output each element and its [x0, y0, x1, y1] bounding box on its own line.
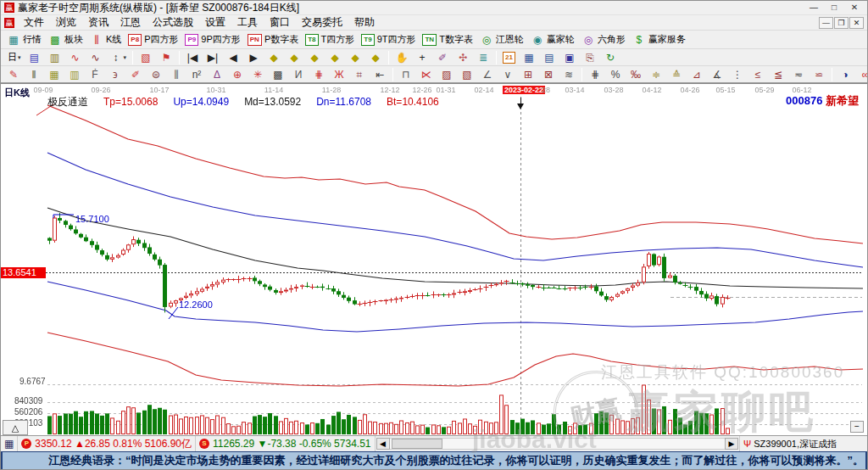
pan-hand-button[interactable]: ✋ — [392, 50, 412, 65]
next-bar-button[interactable]: ▶ — [243, 50, 264, 65]
shanghai-index-cell[interactable]: P 3350.12 ▲26.85 0.81% 5106.90亿 — [18, 436, 196, 451]
p9-square-button[interactable]: P99P四方形 — [181, 32, 243, 48]
shade-box-button[interactable]: ▩ — [268, 67, 288, 82]
percent-tool-button[interactable]: % — [605, 67, 626, 82]
diamond-tool-1-button[interactable]: ◆ — [264, 50, 284, 65]
app-menu-icon[interactable]: 赢 — [4, 18, 14, 28]
gann-grid-2-button[interactable]: ▥ — [64, 67, 85, 82]
diamond-tool-3-button[interactable]: ◆ — [304, 50, 325, 65]
vee-line-button[interactable]: ∨ — [498, 67, 518, 82]
info-panel-button[interactable]: ▥ — [45, 50, 65, 65]
infinity-button[interactable]: ∞ — [855, 67, 868, 82]
refresh-button[interactable]: ↻ — [600, 50, 620, 65]
fib-levels-button[interactable]: Ḟ — [85, 67, 105, 82]
box-tool-button[interactable]: ⊓ — [396, 67, 416, 82]
p-square-button[interactable]: P8P四方形 — [125, 32, 181, 48]
angle-pen-button[interactable]: ✐ — [125, 67, 146, 82]
span-tool-button[interactable]: ⇤ — [370, 67, 390, 82]
triangle-tool-button[interactable]: Δ — [207, 67, 227, 82]
mdi-restore-button[interactable]: ❐ — [834, 17, 849, 29]
permille-tool-button[interactable]: ‰ — [626, 67, 646, 82]
kline-chart-canvas[interactable] — [1, 97, 864, 435]
cross-box-button[interactable]: ⊠ — [538, 67, 559, 82]
wave-tool-1-button[interactable]: ∿ — [65, 50, 86, 65]
hatch-2-button[interactable]: ▧ — [457, 67, 477, 82]
menu-5[interactable]: 公式选股 — [147, 14, 199, 31]
kline-color-button[interactable]: ▧ — [136, 50, 156, 65]
menu-6[interactable]: 设置 — [199, 14, 231, 31]
ratio-lines-button[interactable]: ⋕ — [585, 67, 605, 82]
winner-wheel-button[interactable]: ◉赢家轮 — [527, 32, 578, 48]
maximize-button[interactable]: □ — [825, 2, 843, 14]
volume-pane-toggle-button[interactable]: △ — [3, 420, 28, 435]
prec-tool-button[interactable]: ⋍ — [809, 67, 829, 82]
diamond-tool-6-button[interactable]: ◆ — [365, 50, 386, 65]
scrollbar-track[interactable] — [390, 438, 726, 450]
wedge-tool-button[interactable]: ⊿ — [687, 67, 707, 82]
active-index-cell[interactable]: Ψ SZ399001,深证成指 — [740, 436, 867, 451]
report-button[interactable]: ▤ — [539, 50, 559, 65]
shenzhen-index-cell[interactable]: S 11265.29 ▼-73.38 -0.65% 5734.51 — [196, 436, 375, 451]
flag-tool-button[interactable]: ⚑ — [156, 50, 176, 65]
diamond-tool-2-button[interactable]: ◆ — [284, 50, 304, 65]
draw-pointer-button[interactable]: ✐ — [432, 50, 453, 65]
menu-7[interactable]: 工具 — [231, 14, 264, 31]
crosshair-button[interactable]: + — [412, 50, 432, 65]
hatch-1-button[interactable]: ▨ — [437, 67, 457, 82]
circle-tool-button[interactable]: ⊜ — [146, 67, 166, 82]
yinyang-button[interactable]: ◑ — [835, 67, 855, 82]
calculator-button[interactable]: ▦ — [519, 50, 539, 65]
mdi-close-button[interactable]: ✕ — [849, 17, 864, 29]
winner-service-button[interactable]: $赢家服务 — [629, 32, 689, 48]
menu-2[interactable]: 浏览 — [50, 14, 82, 31]
lte2-tool-button[interactable]: ≦ — [768, 67, 788, 82]
kline-button[interactable]: ⫼K线 — [86, 32, 125, 48]
wave-tool-2-button[interactable]: ∿ — [86, 50, 106, 65]
prev-bar-button[interactable]: ◀ — [223, 50, 243, 65]
mdi-minimize-button[interactable]: — — [819, 17, 833, 29]
export-button[interactable]: ⎘ — [580, 50, 600, 65]
tools-box-button[interactable]: ✣ — [453, 50, 473, 65]
t9-square-button[interactable]: T99T四方形 — [358, 32, 419, 48]
gann-fan-1-button[interactable]: ⋕ — [309, 67, 329, 82]
lte-tool-button[interactable]: ≤ — [748, 67, 768, 82]
diamond-tool-5-button[interactable]: ◆ — [345, 50, 365, 65]
scale-updown-button[interactable]: ↕▾ — [106, 50, 131, 65]
menu-4[interactable]: 江恩 — [114, 14, 147, 31]
scroll-right-button[interactable]: ▶ — [725, 438, 738, 450]
menu-3[interactable]: 资讯 — [82, 14, 114, 31]
spiral-button[interactable]: ϶ — [105, 67, 125, 82]
scrollbar-thumb[interactable] — [392, 439, 442, 449]
menu-10[interactable]: 帮助 — [348, 14, 381, 31]
t-number-table-button[interactable]: TNT数字表 — [419, 32, 476, 48]
diamond-tool-4-button[interactable]: ◆ — [325, 50, 345, 65]
n-square-button[interactable]: n² — [186, 67, 207, 82]
last-bar-button[interactable]: ▶| — [203, 50, 223, 65]
waves-button[interactable]: ≋ — [559, 67, 579, 82]
lines-panel-button[interactable]: ≣ — [473, 50, 493, 65]
target-tool-button[interactable]: ⊕ — [227, 67, 248, 82]
quotes-button[interactable]: ▦行情 — [3, 32, 45, 48]
scroll-left-button[interactable]: ◀ — [376, 438, 390, 450]
minimize-button[interactable]: — — [804, 2, 823, 14]
t-square-button[interactable]: T8T四方形 — [302, 32, 358, 48]
p-number-table-button[interactable]: PNP数字表 — [244, 32, 302, 48]
approx-tool-button[interactable]: ≂ — [788, 67, 809, 82]
star-tool-button[interactable]: ✳ — [248, 67, 268, 82]
pane-collapse-button[interactable]: − — [850, 421, 864, 433]
hexagon-button[interactable]: ◎六角形 — [578, 32, 629, 48]
chart-style-button[interactable]: ▤ — [25, 50, 45, 65]
range-tool-button[interactable]: ⌗ — [349, 67, 370, 82]
wave-mark-button[interactable]: И — [288, 67, 309, 82]
first-bar-button[interactable]: |◀ — [182, 50, 203, 65]
grid-view-cell[interactable]: ▦ — [1, 436, 18, 451]
sectors-button[interactable]: ▩板块 — [45, 32, 86, 48]
period-day-button[interactable]: 日▾ — [3, 50, 25, 65]
menu-9[interactable]: 交易委托 — [296, 14, 348, 31]
gann-grid-1-button[interactable]: ▦ — [44, 67, 64, 82]
calendar-button[interactable]: 21 — [499, 50, 519, 65]
equal-1-button[interactable]: ≑ — [646, 67, 666, 82]
gann-wheel-button[interactable]: ◎江恩轮 — [476, 32, 527, 48]
menu-8[interactable]: 窗口 — [264, 14, 296, 31]
gann-fan-2-button[interactable]: Ж — [329, 67, 349, 82]
